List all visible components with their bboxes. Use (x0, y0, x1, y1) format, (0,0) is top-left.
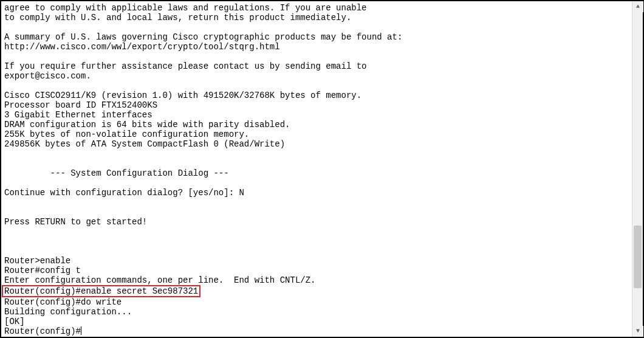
terminal-line (4, 207, 628, 217)
terminal-line: --- System Configuration Dialog --- (4, 168, 628, 178)
terminal-line: Router(config)#do write (4, 297, 628, 307)
scroll-down-button[interactable]: ▼ (632, 326, 643, 337)
scroll-up-button[interactable]: ▲ (632, 1, 643, 12)
terminal-line: Cisco CISCO2911/K9 (revision 1.0) with 4… (4, 91, 628, 100)
terminal-line: 255K bytes of non-volatile configuration… (4, 129, 628, 139)
terminal-line: Continue with configuration dialog? [yes… (4, 188, 628, 198)
terminal-line: Building configuration... (4, 307, 628, 317)
terminal-line: Press RETURN to get started! (4, 217, 628, 227)
terminal-line (4, 246, 628, 256)
terminal-line: Enter configuration commands, one per li… (4, 275, 628, 285)
terminal-line: Router#config t (4, 266, 628, 275)
prompt-text: Router(config)# (4, 326, 81, 336)
terminal-line: Processor board ID FTX152400KS (4, 100, 628, 110)
highlighted-command: Router(config)#enable secret Sec987321 (2, 285, 200, 297)
terminal-line (4, 236, 628, 246)
terminal-window: agree to comply with applicable laws and… (0, 0, 644, 338)
terminal-output[interactable]: agree to comply with applicable laws and… (1, 1, 631, 337)
scrollbar-track[interactable] (632, 12, 643, 326)
vertical-scrollbar[interactable]: ▲ ▼ (632, 1, 643, 337)
terminal-line (4, 149, 628, 159)
terminal-line: http://www.cisco.com/wwl/export/crypto/t… (4, 42, 628, 52)
terminal-line: 3 Gigabit Ethernet interfaces (4, 110, 628, 120)
terminal-line (4, 52, 628, 61)
terminal-line (4, 178, 628, 188)
terminal-line: to comply with U.S. and local laws, retu… (4, 13, 628, 22)
terminal-line (4, 159, 628, 168)
terminal-line: If you require further assistance please… (4, 61, 628, 71)
terminal-line (4, 22, 628, 32)
terminal-line: A summary of U.S. laws governing Cisco c… (4, 32, 628, 42)
chevron-up-icon: ▲ (636, 2, 640, 12)
scrollbar-thumb[interactable] (634, 226, 642, 288)
cursor (81, 326, 81, 335)
terminal-line: agree to comply with applicable laws and… (4, 3, 628, 13)
terminal-line (4, 198, 628, 207)
prompt-line[interactable]: Router(config)# (4, 326, 628, 336)
terminal-line: Router>enable (4, 256, 628, 266)
chevron-down-icon: ▼ (636, 326, 640, 336)
terminal-line: export@cisco.com. (4, 71, 628, 81)
terminal-line (4, 81, 628, 91)
highlighted-command-line: Router(config)#enable secret Sec987321 (4, 285, 628, 297)
terminal-line: [OK] (4, 317, 628, 326)
terminal-line (4, 227, 628, 236)
terminal-line: 249856K bytes of ATA System CompactFlash… (4, 139, 628, 149)
terminal-line: DRAM configuration is 64 bits wide with … (4, 120, 628, 129)
